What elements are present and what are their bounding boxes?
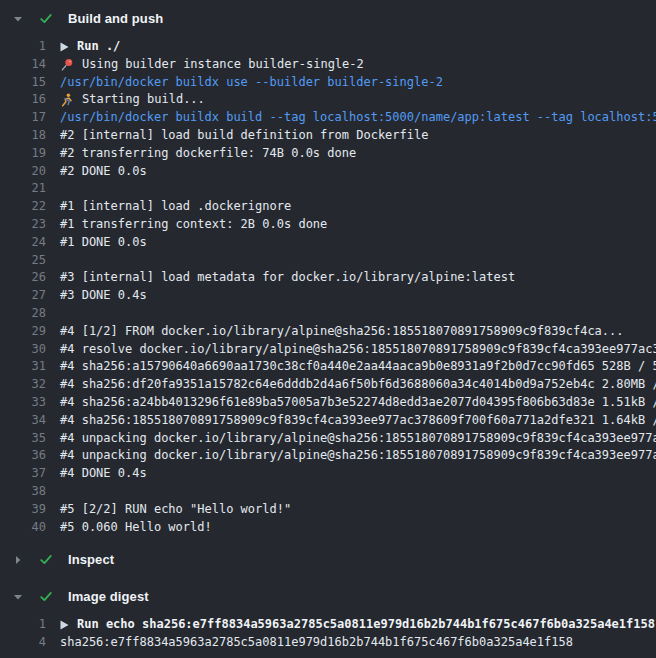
- log-text-value: #2 transferring dockerfile: 74B 0.0s don…: [60, 145, 356, 163]
- line-number[interactable]: 17: [0, 109, 46, 127]
- chevron-down-icon: [13, 592, 23, 602]
- log-text: #4 sha256:a24bb4013296f61e89ba57005a7b3e…: [60, 394, 656, 412]
- section-title: Inspect: [68, 552, 114, 567]
- log-line: 21: [0, 180, 656, 198]
- log-line: 32 #4 sha256:df20fa9351a15782c64e6dddb2d…: [0, 376, 656, 394]
- log-line: 19 #2 transferring dockerfile: 74B 0.0s …: [0, 145, 656, 163]
- log-line: 20 #2 DONE 0.0s: [0, 163, 656, 181]
- play-icon[interactable]: [60, 42, 69, 52]
- log-text: #4 resolve docker.io/library/alpine@sha2…: [60, 341, 656, 359]
- line-number[interactable]: 16: [0, 91, 46, 109]
- workflow-log-viewer: Build and push 1 Run ./ 14 Using builder…: [0, 0, 656, 658]
- log-text-value: #2 DONE 0.0s: [60, 163, 147, 181]
- log-section-image-digest: Image digest 1 Run echo sha256:e7ff8834a…: [0, 583, 656, 652]
- log-text: #2 DONE 0.0s: [60, 163, 147, 181]
- line-number[interactable]: 37: [0, 465, 46, 483]
- log-text-value: #4 unpacking docker.io/library/alpine@sh…: [60, 430, 656, 448]
- line-number[interactable]: 28: [0, 305, 46, 323]
- line-number[interactable]: 33: [0, 394, 46, 412]
- line-number[interactable]: 20: [0, 163, 46, 181]
- log-line: 31 #4 sha256:a15790640a6690aa1730c38cf0a…: [0, 358, 656, 376]
- section-header[interactable]: Inspect: [0, 546, 656, 573]
- line-number[interactable]: 14: [0, 56, 46, 74]
- log-text-value: sha256:e7ff8834a5963a2785c5a0811e979d16b…: [60, 634, 573, 652]
- log-line: 33 #4 sha256:a24bb4013296f61e89ba57005a7…: [0, 394, 656, 412]
- line-number[interactable]: 27: [0, 287, 46, 305]
- chevron-right-icon: [13, 555, 23, 565]
- log-text: #5 [2/2] RUN echo "Hello world!": [60, 501, 291, 519]
- play-icon[interactable]: [60, 620, 69, 630]
- log-text-value: #2 [internal] load build definition from…: [60, 127, 428, 145]
- log-text: #4 DONE 0.4s: [60, 465, 147, 483]
- line-number[interactable]: 23: [0, 216, 46, 234]
- log-text: #2 [internal] load build definition from…: [60, 127, 428, 145]
- log-line: 27 #3 DONE 0.4s: [0, 287, 656, 305]
- log-text-value: #1 DONE 0.0s: [60, 234, 147, 252]
- line-number[interactable]: 15: [0, 74, 46, 92]
- log-text-value: #4 sha256:a15790640a6690aa1730c38cf0a440…: [60, 358, 656, 376]
- line-number[interactable]: 26: [0, 269, 46, 287]
- log-line: 25: [0, 252, 656, 270]
- line-number[interactable]: 29: [0, 323, 46, 341]
- line-number[interactable]: 31: [0, 358, 46, 376]
- section-title: Image digest: [68, 589, 149, 604]
- line-number[interactable]: 1: [0, 616, 46, 634]
- log-text-value: #4 sha256:df20fa9351a15782c64e6dddb2d4a6…: [60, 376, 656, 394]
- line-number[interactable]: 34: [0, 412, 46, 430]
- check-icon: [39, 590, 53, 604]
- log-text: #2 transferring dockerfile: 74B 0.0s don…: [60, 145, 356, 163]
- log-text: Starting build...: [60, 91, 205, 109]
- line-number[interactable]: 30: [0, 341, 46, 359]
- log-line: 17 /usr/bin/docker buildx build --tag lo…: [0, 109, 656, 127]
- log-text-value: #5 0.060 Hello world!: [60, 519, 212, 537]
- log-text-value: Using builder instance builder-single-2: [82, 56, 364, 74]
- line-number[interactable]: 40: [0, 519, 46, 537]
- log-line: 1 Run echo sha256:e7ff8834a5963a2785c5a0…: [0, 616, 656, 634]
- log-line: 4 sha256:e7ff8834a5963a2785c5a0811e979d1…: [0, 634, 656, 652]
- log-text-value: #4 DONE 0.4s: [60, 465, 147, 483]
- line-number[interactable]: 19: [0, 145, 46, 163]
- log-text: #4 sha256:df20fa9351a15782c64e6dddb2d4a6…: [60, 376, 656, 394]
- section-header[interactable]: Build and push: [0, 5, 656, 32]
- log-text: /usr/bin/docker buildx build --tag local…: [60, 109, 656, 127]
- log-line: 28: [0, 305, 656, 323]
- line-number[interactable]: 21: [0, 180, 46, 198]
- line-number[interactable]: 1: [0, 38, 46, 56]
- log-line: 23 #1 transferring context: 2B 0.0s done: [0, 216, 656, 234]
- section-body: 1 Run echo sha256:e7ff8834a5963a2785c5a0…: [0, 616, 656, 652]
- line-number[interactable]: 24: [0, 234, 46, 252]
- line-number[interactable]: 39: [0, 501, 46, 519]
- line-number[interactable]: 22: [0, 198, 46, 216]
- log-text-value: #5 [2/2] RUN echo "Hello world!": [60, 501, 291, 519]
- log-text: Run ./: [60, 38, 120, 56]
- chevron-down-icon: [13, 14, 23, 24]
- line-number[interactable]: 38: [0, 483, 46, 501]
- log-text-value: #4 sha256:a24bb4013296f61e89ba57005a7b3e…: [60, 394, 656, 412]
- log-section-build-and-push: Build and push 1 Run ./ 14 Using builder…: [0, 5, 656, 536]
- log-text-value: #1 transferring context: 2B 0.0s done: [60, 216, 327, 234]
- log-line: 24 #1 DONE 0.0s: [0, 234, 656, 252]
- log-line: 14 Using builder instance builder-single…: [0, 56, 656, 74]
- log-text-value: Run ./: [77, 38, 120, 56]
- line-number[interactable]: 25: [0, 252, 46, 270]
- runner-icon: [60, 93, 75, 107]
- line-number[interactable]: 36: [0, 447, 46, 465]
- log-text: #4 unpacking docker.io/library/alpine@sh…: [60, 447, 656, 465]
- log-line: 16 Starting build...: [0, 91, 656, 109]
- line-number[interactable]: 32: [0, 376, 46, 394]
- log-text-value: #4 sha256:185518070891758909c9f839cf4ca3…: [60, 412, 656, 430]
- line-number[interactable]: 35: [0, 430, 46, 448]
- line-number[interactable]: 18: [0, 127, 46, 145]
- log-text: #3 DONE 0.4s: [60, 287, 147, 305]
- log-line: 39 #5 [2/2] RUN echo "Hello world!": [0, 501, 656, 519]
- log-text-value: /usr/bin/docker buildx use --builder bui…: [60, 74, 443, 92]
- log-line: 36 #4 unpacking docker.io/library/alpine…: [0, 447, 656, 465]
- log-text-value: /usr/bin/docker buildx build --tag local…: [60, 109, 656, 127]
- log-text: #4 sha256:a15790640a6690aa1730c38cf0a440…: [60, 358, 656, 376]
- log-line: 38: [0, 483, 656, 501]
- log-line: 1 Run ./: [0, 38, 656, 56]
- line-number[interactable]: 4: [0, 634, 46, 652]
- section-header[interactable]: Image digest: [0, 583, 656, 610]
- log-line: 35 #4 unpacking docker.io/library/alpine…: [0, 430, 656, 448]
- log-text-value: #1 [internal] load .dockerignore: [60, 198, 291, 216]
